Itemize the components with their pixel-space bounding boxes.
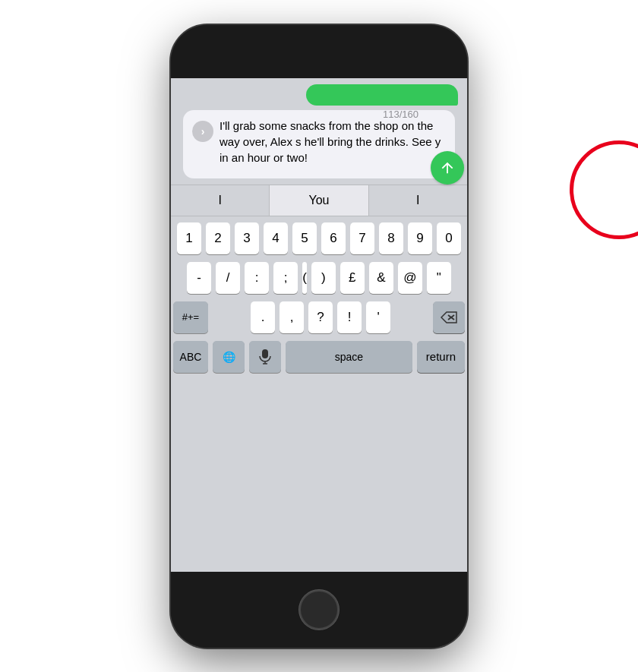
autocomplete-label-2: You (308, 194, 329, 207)
globe-icon: 🌐 (223, 351, 235, 363)
key-pound[interactable]: £ (340, 262, 365, 294)
space-label: space (335, 351, 363, 363)
expand-button[interactable]: › (192, 121, 213, 142)
key-apostrophe[interactable]: ' (366, 301, 390, 333)
send-icon (439, 159, 456, 176)
key-quote[interactable]: " (427, 262, 451, 294)
key-period[interactable]: . (251, 301, 275, 333)
svg-rect-2 (262, 349, 268, 358)
key-question[interactable]: ? (308, 301, 333, 333)
key-0[interactable]: 0 (437, 222, 461, 254)
key-semicolon[interactable]: ; (273, 262, 298, 294)
keyboard: 1 2 3 4 5 6 7 8 9 0 - / : ; ( (171, 216, 467, 376)
return-label: return (426, 350, 456, 363)
home-button[interactable] (299, 590, 339, 629)
abc-label: ABC (180, 351, 202, 363)
key-globe[interactable]: 🌐 (213, 341, 245, 373)
message-area: › I'll grab some snacks from the shop on… (171, 78, 467, 185)
autocomplete-label-1: I (218, 194, 221, 207)
keyboard-row-special: #+= . , ? ! ' (173, 301, 465, 333)
autocomplete-item-3[interactable]: I (369, 185, 467, 216)
message-input-area[interactable]: › I'll grab some snacks from the shop on… (183, 110, 455, 178)
keyboard-row-bottom: ABC 🌐 space (173, 341, 465, 373)
key-comma[interactable]: , (280, 301, 304, 333)
key-6[interactable]: 6 (321, 222, 346, 254)
keyboard-row-symbols: - / : ; ( ) £ & @ " (173, 262, 465, 294)
char-count: 113/160 (383, 109, 418, 120)
key-1[interactable]: 1 (177, 222, 201, 254)
message-text[interactable]: I'll grab some snacks from the shop on t… (220, 118, 446, 166)
autocomplete-label-3: I (416, 194, 419, 207)
key-openparen[interactable]: ( (302, 262, 307, 294)
key-colon[interactable]: : (245, 262, 269, 294)
autocomplete-bar: I You I (171, 185, 467, 216)
phone-top-bezel (171, 25, 467, 78)
key-return[interactable]: return (417, 341, 465, 373)
key-ampersand[interactable]: & (369, 262, 393, 294)
autocomplete-item-1[interactable]: I (171, 185, 270, 216)
key-exclaim[interactable]: ! (337, 301, 362, 333)
key-hashplus[interactable]: #+= (173, 301, 208, 333)
phone-bottom-bezel (171, 572, 467, 648)
keyboard-row-numbers: 1 2 3 4 5 6 7 8 9 0 (173, 222, 465, 254)
key-slash[interactable]: / (216, 262, 240, 294)
key-space[interactable]: space (286, 341, 412, 373)
key-3[interactable]: 3 (235, 222, 259, 254)
key-abc[interactable]: ABC (173, 341, 208, 373)
phone-screen: › I'll grab some snacks from the shop on… (171, 78, 467, 572)
scene: › I'll grab some snacks from the shop on… (0, 0, 638, 672)
annotation-red-circle (570, 140, 638, 239)
key-7[interactable]: 7 (350, 222, 374, 254)
send-button[interactable] (431, 151, 464, 185)
key-at[interactable]: @ (398, 262, 422, 294)
key-2[interactable]: 2 (206, 222, 230, 254)
key-delete[interactable] (433, 301, 465, 333)
mic-icon (259, 349, 271, 364)
key-dash[interactable]: - (187, 262, 211, 294)
key-mic[interactable] (249, 341, 281, 373)
expand-icon: › (201, 125, 205, 137)
key-8[interactable]: 8 (379, 222, 403, 254)
key-4[interactable]: 4 (264, 222, 288, 254)
autocomplete-item-2[interactable]: You (270, 185, 368, 216)
phone-frame: › I'll grab some snacks from the shop on… (171, 25, 467, 648)
delete-icon (441, 311, 457, 323)
sent-bubble (306, 84, 458, 106)
key-closeparen[interactable]: ) (311, 262, 336, 294)
key-5[interactable]: 5 (292, 222, 317, 254)
key-9[interactable]: 9 (408, 222, 432, 254)
